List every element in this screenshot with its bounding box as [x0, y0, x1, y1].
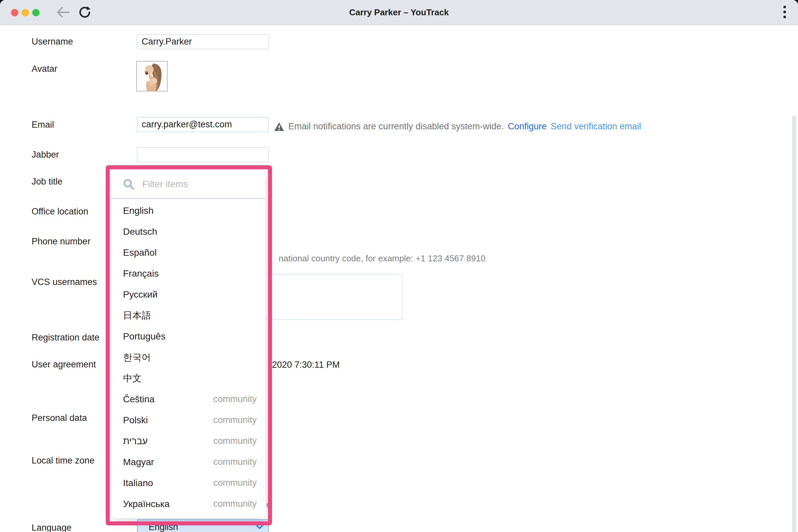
language-option-espanol[interactable]: Español — [112, 242, 265, 263]
search-icon — [112, 178, 134, 190]
language-options: English Deutsch Español Français Русский — [112, 199, 265, 514]
personal-data-label: Personal data — [32, 412, 87, 424]
browser-menu-button[interactable] — [777, 5, 792, 21]
username-input[interactable] — [137, 34, 269, 49]
user-agreement-timestamp: 2020 7:30:11 PM — [272, 360, 340, 370]
filter-items-input[interactable] — [141, 178, 256, 190]
phone-number-label: Phone number — [32, 236, 91, 247]
avatar-label: Avatar — [32, 63, 58, 75]
obscured-link-fragment[interactable]: e — [266, 500, 271, 510]
username-label: Username — [32, 36, 73, 47]
send-verification-email-link[interactable]: Send verification email — [551, 121, 641, 132]
email-input[interactable] — [137, 117, 269, 132]
language-option-magyar[interactable]: Magyar community — [112, 452, 265, 473]
office-location-label: Office location — [32, 206, 89, 217]
window-title: Carry Parker – YouTrack — [0, 0, 798, 25]
language-label: Language — [32, 522, 72, 532]
language-option-deutsch[interactable]: Deutsch — [112, 221, 265, 242]
phone-number-hint: national country code, for example: +1 1… — [279, 253, 486, 264]
email-notice: Email notifications are currently disabl… — [274, 119, 641, 134]
language-option-francais[interactable]: Français — [112, 263, 265, 284]
email-notice-text: Email notifications are currently disabl… — [288, 121, 504, 132]
email-label: Email — [32, 119, 54, 130]
profile-form: Username Avatar Email Jabber Job title O… — [0, 25, 798, 532]
language-option-korean[interactable]: 한국어 — [112, 347, 265, 368]
warning-icon — [274, 122, 284, 131]
language-select[interactable]: English — [137, 519, 269, 532]
language-option-portugues[interactable]: Português — [112, 326, 265, 347]
language-option-cestina[interactable]: Čeština community — [112, 389, 265, 410]
language-option-russian[interactable]: Русский — [112, 284, 265, 305]
language-option-japanese[interactable]: 日本語 — [112, 305, 265, 326]
language-option-english[interactable]: English — [112, 200, 265, 221]
title-bar: Carry Parker – YouTrack — [0, 0, 798, 25]
language-option-polski[interactable]: Polski community — [112, 410, 265, 431]
kebab-menu-icon — [783, 5, 786, 20]
jabber-input[interactable] — [137, 147, 269, 162]
filter-row — [112, 170, 265, 199]
vcs-usernames-label: VCS usernames — [32, 276, 97, 288]
language-option-italiano[interactable]: Italiano community — [112, 473, 265, 493]
chevron-down-icon — [256, 525, 268, 529]
language-option-chinese[interactable]: 中文 — [112, 368, 265, 389]
language-option-ukrainian[interactable]: Українська community — [112, 493, 265, 514]
registration-date-label: Registration date — [32, 332, 99, 343]
avatar-image[interactable] — [136, 61, 168, 92]
job-title-label: Job title — [32, 176, 62, 187]
jabber-label: Jabber — [32, 149, 59, 160]
configure-link[interactable]: Configure — [508, 121, 547, 132]
scrollbar-thumb[interactable] — [792, 115, 796, 532]
user-agreement-label: User agreement — [32, 359, 96, 370]
vcs-usernames-textarea[interactable] — [263, 274, 402, 320]
language-option-hebrew[interactable]: עברית community — [112, 431, 265, 452]
local-time-zone-label: Local time zone — [32, 455, 94, 466]
browser-window: Carry Parker – YouTrack Username Avatar … — [0, 0, 798, 532]
language-dropdown: English Deutsch Español Français Русский — [112, 170, 265, 518]
language-select-value: English — [138, 522, 256, 532]
